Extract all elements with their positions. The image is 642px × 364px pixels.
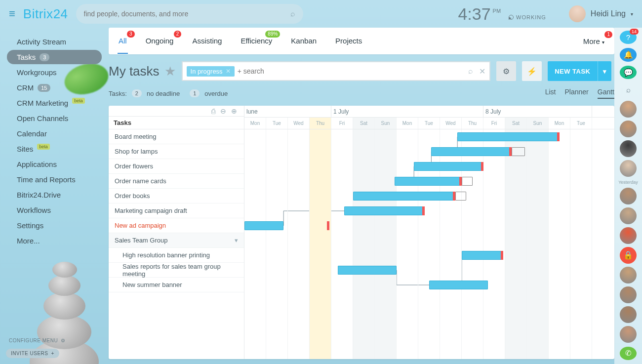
tabs-more[interactable]: More ▾ 1	[582, 29, 605, 53]
chat-button[interactable]: 💬	[620, 66, 637, 79]
sidebar-item-time-and-reports[interactable]: Time and Reports	[7, 172, 102, 187]
tab-projects[interactable]: Projects	[334, 29, 363, 54]
no-deadline-label[interactable]: no deadline	[147, 90, 180, 97]
task-row[interactable]: High resolution banner printing	[109, 248, 244, 263]
sidebar-item-applications[interactable]: Applications	[7, 157, 102, 171]
sidebar-item-settings[interactable]: Settings	[7, 218, 102, 233]
sidebar-item-calendar[interactable]: Calendar	[7, 126, 102, 141]
contact-avatar[interactable]	[620, 227, 637, 244]
filter-search-input[interactable]	[238, 67, 466, 75]
task-row[interactable]: New ad campaign	[109, 218, 244, 233]
sidebar-item-more-[interactable]: More...	[7, 234, 102, 248]
close-icon[interactable]: ✕	[226, 68, 231, 75]
task-group-row[interactable]: Sales Team Group▾	[109, 233, 244, 248]
task-row[interactable]: Marketing campaign draft	[109, 203, 244, 218]
contact-avatar[interactable]	[620, 207, 637, 224]
sidebar-item-open-channels[interactable]: Open Channels	[7, 111, 102, 125]
yesterday-divider: Yesterday	[618, 180, 638, 185]
sidebar-item-sites[interactable]: Sitesbeta	[7, 142, 102, 156]
configure-menu-button[interactable]: CONFIGURE MENU ⚙	[6, 338, 103, 343]
search-icon[interactable]: ⌕	[290, 9, 295, 18]
bolt-icon: ⚡	[527, 67, 537, 76]
gantt-bar[interactable]	[429, 281, 488, 289]
play-icon	[509, 15, 514, 20]
gantt-bar[interactable]	[327, 221, 329, 230]
task-row[interactable]: Order flowers	[109, 159, 244, 174]
lock-button[interactable]: 🔒	[620, 247, 637, 264]
invite-users-button[interactable]: INVITE USERS +	[6, 349, 59, 358]
gantt-bar[interactable]	[455, 192, 466, 201]
tab-kanban[interactable]: Kanban	[290, 29, 318, 54]
view-gantt[interactable]: Gantt	[598, 88, 614, 99]
global-search[interactable]: ⌕	[76, 4, 303, 24]
menu-toggle-icon[interactable]: ≡	[9, 7, 15, 20]
star-icon[interactable]: ★	[164, 64, 176, 79]
beta-label: beta	[72, 98, 85, 104]
contact-avatar[interactable]	[620, 286, 637, 303]
tab-assisting[interactable]: Assisting	[191, 29, 223, 54]
chevron-down-icon[interactable]: ▾	[235, 237, 238, 244]
new-task-button[interactable]: NEW TASK ▾	[548, 61, 611, 81]
view-list[interactable]: List	[545, 88, 556, 99]
search-icon[interactable]: ⌕	[468, 67, 473, 76]
task-row[interactable]: Shop for lamps	[109, 144, 244, 159]
clock-widget[interactable]: 4:37 PM WORKING	[458, 4, 546, 24]
sidebar-item-workflows[interactable]: Workflows	[7, 203, 102, 217]
print-icon[interactable]: ⎙	[211, 107, 215, 115]
gantt-bar[interactable]	[512, 147, 524, 156]
contact-avatar[interactable]	[620, 306, 637, 323]
help-button[interactable]: ?14	[620, 31, 637, 44]
gantt-bar[interactable]	[344, 206, 425, 215]
contact-avatar[interactable]	[620, 188, 637, 204]
gantt-bar[interactable]	[395, 177, 462, 186]
contact-avatar[interactable]	[620, 121, 637, 137]
zoom-in-icon[interactable]: ⊕	[231, 107, 237, 115]
contact-avatar[interactable]	[620, 267, 637, 283]
contact-avatar[interactable]	[620, 326, 637, 343]
global-search-input[interactable]	[84, 10, 290, 18]
gantt-bar[interactable]	[431, 147, 512, 156]
tab-efficiency[interactable]: Efficiency89%	[240, 29, 273, 54]
filter-tag[interactable]: In progress✕	[187, 66, 235, 77]
contact-avatar[interactable]	[620, 101, 637, 118]
new-task-dropdown[interactable]: ▾	[598, 61, 612, 81]
overdue-count[interactable]: 1	[190, 89, 200, 97]
filter-box[interactable]: In progress✕ ⌕ ✕	[182, 61, 491, 81]
task-row[interactable]: Sales reports for sales team group meeti…	[109, 263, 244, 278]
clear-filter-icon[interactable]: ✕	[479, 67, 485, 76]
day-header: Wed	[288, 118, 310, 129]
task-row[interactable]: Board meeting	[109, 129, 244, 144]
sidebar-item-activity-stream[interactable]: Activity Stream	[7, 35, 102, 49]
task-row[interactable]: New summer banner	[109, 278, 244, 292]
gantt-bar[interactable]	[338, 266, 397, 275]
contact-avatar[interactable]	[620, 140, 637, 157]
settings-button[interactable]: ⚙	[496, 61, 516, 81]
sidebar-item-tasks[interactable]: Tasks3	[7, 50, 102, 64]
call-button[interactable]: ✆	[620, 347, 637, 360]
overdue-label[interactable]: overdue	[204, 90, 228, 97]
gantt-bar[interactable]	[462, 251, 503, 260]
notifications-button[interactable]: 🔔	[620, 48, 637, 61]
contact-avatar[interactable]	[620, 160, 637, 177]
tab-all[interactable]: All3	[118, 29, 128, 54]
no-deadline-count[interactable]: 2	[132, 89, 142, 97]
gantt-bar[interactable]	[457, 132, 560, 141]
day-header: Sat	[353, 118, 375, 129]
sidebar-item-workgroups[interactable]: Workgroups	[7, 65, 102, 80]
sidebar-item-bitrix24-drive[interactable]: Bitrix24.Drive	[7, 188, 102, 202]
sidebar-item-crm[interactable]: CRM15	[7, 81, 102, 95]
task-row[interactable]: Order name cards	[109, 174, 244, 189]
gantt-bar[interactable]	[244, 221, 283, 230]
automation-button[interactable]: ⚡	[522, 61, 542, 81]
sidebar-item-crm-marketing[interactable]: CRM Marketingbeta	[7, 96, 102, 110]
user-menu[interactable]: Heidi Ling ▾	[569, 5, 633, 22]
view-planner[interactable]: Planner	[564, 88, 588, 99]
zoom-out-icon[interactable]: ⊖	[220, 107, 226, 115]
gantt-bar[interactable]	[353, 192, 455, 201]
logo[interactable]: Bitrix24	[23, 6, 68, 22]
gantt-bar[interactable]	[414, 162, 483, 171]
gantt-bar[interactable]	[462, 177, 473, 186]
search-button[interactable]: ⌕	[620, 83, 637, 96]
task-row[interactable]: Order books	[109, 189, 244, 203]
tab-ongoing[interactable]: Ongoing2	[145, 29, 175, 54]
